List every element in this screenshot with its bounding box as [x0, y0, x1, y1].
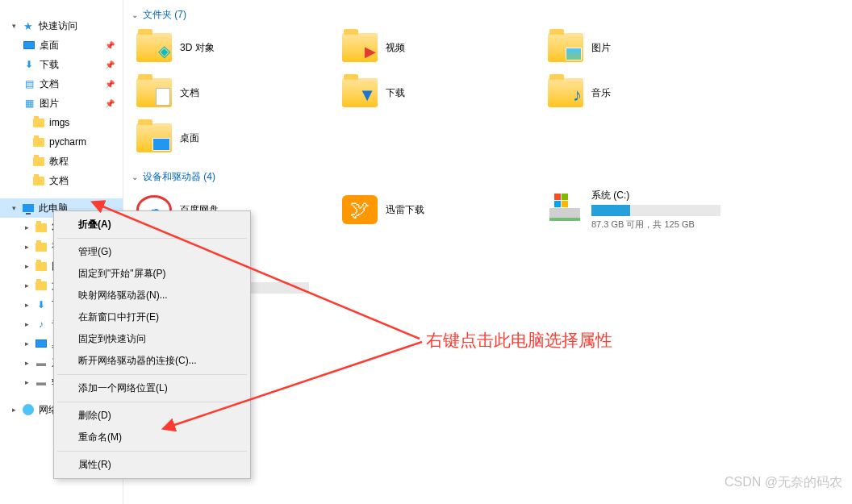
sidebar-label: 教程 — [49, 155, 69, 169]
ctx-pin-quick[interactable]: 固定到快速访问 — [56, 328, 248, 350]
chevron-right-icon: ▸ — [23, 359, 31, 367]
xunlei-icon: 🕊 — [342, 192, 378, 227]
section-header-drives[interactable]: ⌄ 设备和驱动器 (4) — [132, 167, 844, 187]
ctx-manage[interactable]: 管理(G) — [56, 241, 248, 263]
folder-icon — [35, 221, 48, 234]
music-icon: ♪ — [35, 318, 48, 331]
drive-info: 系统 (C:) 87.3 GB 可用，共 125 GB — [591, 189, 720, 231]
ctx-add-net-location[interactable]: 添加一个网络位置(L) — [56, 377, 248, 399]
drive-xunlei[interactable]: 🕊 迅雷下载 — [337, 187, 543, 232]
sidebar-label: pycharm — [49, 136, 86, 148]
folders-grid: ◈3D 对象 ▶视频 图片 文档 ▼下载 ♪音乐 桌面 — [132, 25, 844, 160]
folder-label: 3D 对象 — [180, 41, 215, 55]
svg-rect-4 — [554, 201, 561, 207]
folder-icon: ◈ — [136, 30, 172, 65]
chevron-down-icon: ▾ — [10, 204, 18, 212]
chevron-down-icon: ⌄ — [132, 10, 138, 19]
ctx-collapse[interactable]: 折叠(A) — [56, 214, 248, 235]
chevron-right-icon: ▸ — [23, 378, 31, 386]
folder-icon — [35, 240, 48, 253]
chevron-right-icon: ▸ — [23, 223, 31, 231]
pin-icon: 📌 — [105, 60, 115, 69]
annotation-text: 右键点击此电脑选择属性 — [426, 329, 612, 352]
sidebar-item-desktop[interactable]: 桌面 📌 — [0, 35, 123, 55]
sidebar-label: 文档 — [49, 174, 69, 188]
chevron-right-icon: ▸ — [23, 301, 31, 309]
folder-3d-objects[interactable]: ◈3D 对象 — [132, 25, 337, 70]
section-header-folders[interactable]: ⌄ 文件夹 (7) — [132, 5, 844, 25]
chevron-right-icon: ▸ — [23, 243, 31, 251]
sidebar-label: 桌面 — [40, 39, 59, 52]
ctx-separator — [57, 238, 247, 239]
sidebar-item-downloads[interactable]: ⬇ 下载 📌 — [0, 55, 123, 74]
context-menu: 折叠(A) 管理(G) 固定到"开始"屏幕(P) 映射网络驱动器(N)... 在… — [53, 210, 251, 479]
pc-icon — [22, 202, 35, 215]
folder-label: 视频 — [386, 41, 405, 55]
folder-icon — [32, 135, 45, 148]
chevron-down-icon: ⌄ — [132, 173, 138, 181]
capacity-bar — [591, 205, 720, 216]
ctx-separator — [57, 374, 247, 375]
folder-label: 音乐 — [591, 86, 611, 100]
chevron-down-icon: ▾ — [10, 22, 18, 30]
drive-c[interactable]: 系统 (C:) 87.3 GB 可用，共 125 GB — [543, 187, 749, 232]
folder-label: 文档 — [180, 86, 199, 100]
sidebar-label: 快速访问 — [39, 19, 77, 33]
sidebar-item-pictures[interactable]: ▦ 图片 📌 — [0, 94, 123, 113]
ctx-map-drive[interactable]: 映射网络驱动器(N)... — [56, 285, 248, 306]
ctx-separator — [57, 402, 247, 402]
sidebar-label: 图片 — [40, 97, 59, 110]
folder-icon: ▼ — [342, 75, 378, 110]
chevron-right-icon: ▸ — [10, 406, 18, 414]
document-icon: ▤ — [23, 77, 36, 90]
sidebar-item-documents[interactable]: ▤ 文档 📌 — [0, 74, 123, 94]
ctx-rename[interactable]: 重命名(M) — [56, 427, 248, 448]
folder-icon — [32, 116, 45, 129]
chevron-right-icon: ▸ — [23, 281, 31, 289]
folder-icon: ▶ — [342, 30, 378, 65]
folder-downloads[interactable]: ▼下载 — [337, 70, 543, 115]
ctx-disconnect-drive[interactable]: 断开网络驱动器的连接(C)... — [56, 350, 248, 372]
ctx-delete[interactable]: 删除(D) — [56, 405, 248, 427]
sidebar-item-tutorial[interactable]: 教程 — [0, 152, 123, 171]
folder-documents[interactable]: 文档 — [132, 70, 337, 115]
folder-label: 桌面 — [180, 131, 199, 145]
pin-icon: 📌 — [105, 80, 115, 89]
section-title: 设备和驱动器 (4) — [143, 170, 215, 184]
star-icon: ★ — [22, 19, 35, 32]
watermark: CSDN @无奈的码农 — [725, 474, 842, 491]
ctx-open-new-window[interactable]: 在新窗口中打开(E) — [56, 306, 248, 328]
sidebar-label: 文档 — [40, 77, 59, 91]
sidebar-item-quick-access[interactable]: ▾ ★ 快速访问 — [0, 16, 123, 35]
folder-music[interactable]: ♪音乐 — [543, 70, 749, 115]
picture-icon: ▦ — [23, 97, 36, 110]
section-title: 文件夹 (7) — [143, 8, 186, 22]
folder-icon — [32, 155, 45, 168]
pin-icon: 📌 — [105, 99, 115, 108]
ctx-properties[interactable]: 属性(R) — [56, 454, 248, 476]
sidebar-label: 下载 — [40, 58, 59, 72]
chevron-right-icon: ▸ — [23, 339, 31, 348]
download-icon: ⬇ — [35, 298, 48, 311]
folder-icon — [35, 279, 48, 292]
folder-icon — [35, 260, 48, 273]
drive-icon: ▬ — [35, 356, 48, 369]
sidebar-item-imgs[interactable]: imgs — [0, 113, 123, 132]
sidebar-item-pycharm[interactable]: pycharm — [0, 132, 123, 152]
sidebar-item-docs2[interactable]: 文档 — [0, 171, 123, 190]
download-icon: ⬇ — [23, 58, 36, 71]
desktop-icon — [35, 337, 48, 350]
folder-pictures[interactable]: 图片 — [543, 25, 749, 70]
folder-videos[interactable]: ▶视频 — [337, 25, 543, 70]
folder-icon — [136, 120, 172, 156]
ctx-separator — [57, 451, 247, 452]
chevron-right-icon: ▸ — [23, 262, 31, 270]
pin-icon: 📌 — [105, 41, 115, 50]
svg-rect-1 — [549, 218, 580, 221]
folder-desktop[interactable]: 桌面 — [132, 115, 337, 160]
sidebar-label: imgs — [49, 117, 69, 128]
ctx-pin-start[interactable]: 固定到"开始"屏幕(P) — [56, 263, 248, 285]
drive-label: 迅雷下载 — [386, 203, 424, 217]
folder-icon — [548, 30, 583, 65]
svg-rect-3 — [562, 194, 568, 200]
